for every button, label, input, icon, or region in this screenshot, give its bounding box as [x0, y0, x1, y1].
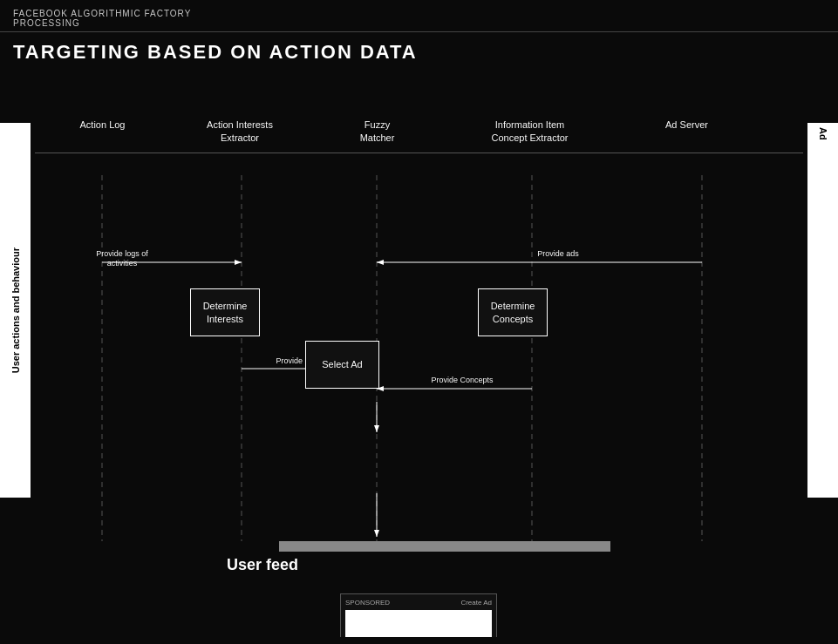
user-feed-section: User feed — [227, 541, 610, 574]
determine-concepts-box: Determine Concepts — [478, 288, 548, 336]
col-header-info-concept: Information ItemConcept Extractor — [445, 119, 615, 153]
col-header-action-log: Action Log — [35, 119, 170, 153]
svg-text:activities: activities — [107, 259, 138, 268]
create-ad-label: Create Ad — [460, 599, 492, 607]
select-ad-box: Select Ad — [305, 341, 379, 389]
ad-card-image — [345, 610, 492, 637]
user-feed-bar — [279, 541, 610, 552]
page-title: TARGETING BASED ON ACTION DATA — [0, 32, 838, 71]
diagram-container: User actions and behaviour Ad Action Log… — [0, 71, 838, 637]
col-header-action-interests: Action InterestsExtractor — [170, 119, 310, 153]
ad-card: SPONSORED Create Ad Advertising Title li… — [340, 593, 497, 637]
svg-text:Provide logs of: Provide logs of — [96, 249, 148, 258]
right-label: Ad — [818, 127, 828, 140]
user-feed-label: User feed — [227, 556, 610, 574]
columns-header: Action Log Action InterestsExtractor Fuz… — [35, 119, 803, 153]
col-header-fuzzy: FuzzyMatcher — [310, 119, 445, 153]
right-label-bar: Ad — [807, 123, 838, 498]
left-label: User actions and behaviour — [10, 247, 21, 373]
left-label-bar: User actions and behaviour — [0, 123, 31, 498]
company-title: FACEBOOK ALGORITHMIC FACTORY PROCESSING — [13, 9, 825, 28]
ad-card-header: SPONSORED Create Ad — [345, 599, 492, 607]
svg-text:Provide ads: Provide ads — [537, 249, 579, 258]
sponsored-label: SPONSORED — [345, 599, 390, 607]
determine-interests-box: Determine Interests — [190, 288, 260, 336]
header: FACEBOOK ALGORITHMIC FACTORY PROCESSING — [0, 0, 838, 32]
svg-text:Provide Concepts: Provide Concepts — [431, 376, 494, 384]
col-header-ad-server: Ad Server — [615, 119, 759, 153]
